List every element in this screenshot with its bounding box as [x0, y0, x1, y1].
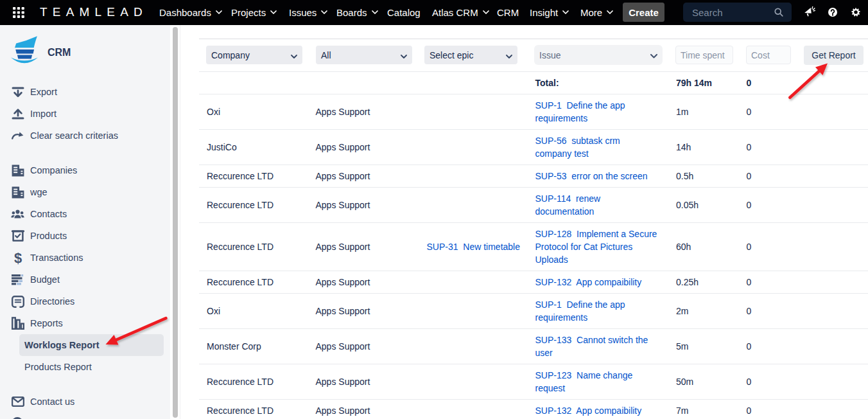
svg-text:$: $ — [13, 251, 21, 265]
